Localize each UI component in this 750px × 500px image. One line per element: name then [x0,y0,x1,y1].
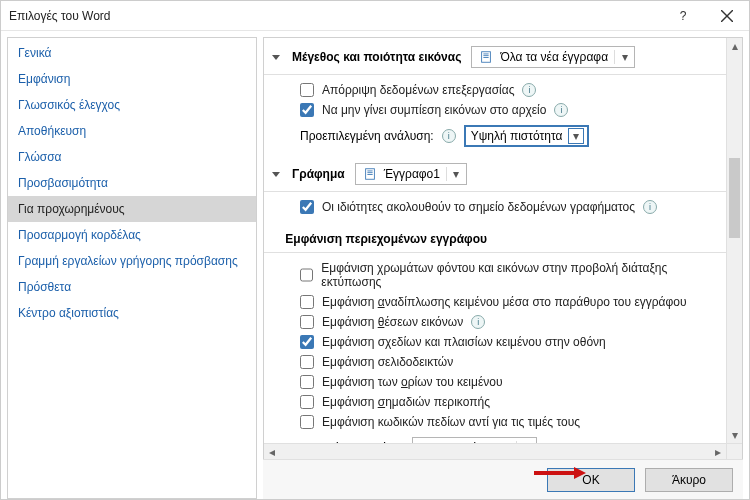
crop-marks-label: Εμφάνιση σημαδιών περικοπής [322,395,490,409]
bg-colors-label: Εμφάνιση χρωμάτων φόντου και εικόνων στη… [321,261,712,289]
crop-marks-checkbox[interactable] [300,395,314,409]
drawings-checkbox[interactable] [300,335,314,349]
default-resolution-dropdown[interactable]: Υψηλή πιστότητα ▾ [464,125,590,147]
section-chart: Γράφημα Έγγραφο1 ▾ [264,155,726,192]
sidebar-item-label: Πρόσθετα [18,280,71,294]
sidebar-item-label: Γραμμή εργαλείων γρήγορης πρόσβασης [18,254,238,268]
sidebar-item-label: Κέντρο αξιοπιστίας [18,306,119,320]
info-icon[interactable]: i [554,103,568,117]
text-boundaries-checkbox[interactable] [300,375,314,389]
img-positions-label: Εμφάνιση θέσεων εικόνων [322,315,463,329]
sidebar-item-language[interactable]: Γλώσσα [8,144,256,170]
scroll-thumb[interactable] [729,158,740,238]
chart-props-follow-checkbox[interactable] [300,200,314,214]
bookmarks-checkbox[interactable] [300,355,314,369]
content-scroll-region: Μέγεθος και ποιότητα εικόνας Όλα τα νέα … [264,38,726,443]
collapse-caret-icon[interactable] [272,55,280,60]
doc-display-group: Εμφάνιση χρωμάτων φόντου και εικόνων στη… [264,253,726,443]
cancel-button-label: Άκυρο [672,473,706,487]
sidebar-item-label: Γλωσσικός έλεγχος [18,98,120,112]
info-icon[interactable]: i [522,83,536,97]
scroll-left-icon[interactable]: ◂ [264,445,280,459]
svg-rect-7 [367,171,372,172]
text-wrap-checkbox[interactable] [300,295,314,309]
titlebar: Επιλογές του Word ? [1,1,749,31]
section-title: Εμφάνιση περιεχομένων εγγράφου [285,232,487,246]
bg-colors-checkbox[interactable] [300,268,313,282]
info-icon[interactable]: i [643,200,657,214]
category-sidebar: Γενικά Εμφάνιση Γλωσσικός έλεγχος Αποθήκ… [7,37,257,499]
scroll-right-icon[interactable]: ▸ [710,445,726,459]
dialog-body: Γενικά Εμφάνιση Γλωσσικός έλεγχος Αποθήκ… [1,31,749,499]
sidebar-item-save[interactable]: Αποθήκευση [8,118,256,144]
svg-rect-3 [484,54,489,55]
sidebar-item-addins[interactable]: Πρόσθετα [8,274,256,300]
sidebar-item-trust-center[interactable]: Κέντρο αξιοπιστίας [8,300,256,326]
ok-button-label: OK [582,473,599,487]
sidebar-item-general[interactable]: Γενικά [8,40,256,66]
text-wrap-label: Εμφάνιση αναδίπλωσης κειμένου μέσα στο π… [322,295,687,309]
horizontal-scrollbar[interactable]: ◂ ▸ [264,443,726,459]
sidebar-item-label: Προσαρμογή κορδέλας [18,228,141,242]
no-compress-row: Να μην γίνει συμπίεση εικόνων στο αρχείο… [300,101,712,121]
options-dialog: Επιλογές του Word ? Γενικά Εμφάνιση Γλωσ… [0,0,750,500]
img-positions-checkbox[interactable] [300,315,314,329]
chevron-down-icon: ▾ [568,128,584,144]
close-icon [721,10,733,22]
content-panel: Μέγεθος και ποιότητα εικόνας Όλα τα νέα … [263,37,743,459]
close-button[interactable] [705,1,749,31]
section-title: Γράφημα [292,167,345,181]
sidebar-item-label: Για προχωρημένους [18,202,125,216]
sidebar-item-quick-access[interactable]: Γραμμή εργαλείων γρήγορης πρόσβασης [8,248,256,274]
sidebar-item-advanced[interactable]: Για προχωρημένους [8,196,256,222]
text-boundaries-label: Εμφάνιση των ορίων του κειμένου [322,375,503,389]
sidebar-item-display[interactable]: Εμφάνιση [8,66,256,92]
help-button[interactable]: ? [661,1,705,31]
discard-edit-data-checkbox[interactable] [300,83,314,97]
dropdown-value: Όλα τα νέα έγγραφα [500,50,608,64]
sidebar-item-label: Αποθήκευση [18,124,86,138]
sidebar-item-accessibility[interactable]: Προσβασιμότητα [8,170,256,196]
document-icon [362,166,378,182]
content-wrap: Μέγεθος και ποιότητα εικόνας Όλα τα νέα … [263,37,743,499]
dialog-footer: OK Άκυρο [263,459,743,499]
field-codes-checkbox[interactable] [300,415,314,429]
svg-rect-4 [484,55,489,56]
no-compress-label: Να μην γίνει συμπίεση εικόνων στο αρχείο [322,103,546,117]
default-resolution-row: Προεπιλεγμένη ανάλυση: i Υψηλή πιστότητα… [300,121,712,151]
info-icon[interactable]: i [442,129,456,143]
scroll-down-icon[interactable]: ▾ [727,427,742,443]
no-compress-checkbox[interactable] [300,103,314,117]
dropdown-value: Υψηλή πιστότητα [471,129,563,143]
vertical-scrollbar[interactable]: ▴ ▾ [726,38,742,443]
bookmarks-label: Εμφάνιση σελιδοδεικτών [322,355,453,369]
section-image-size-quality: Μέγεθος και ποιότητα εικόνας Όλα τα νέα … [264,38,726,75]
sidebar-item-label: Εμφάνιση [18,72,70,86]
chevron-down-icon: ▾ [446,167,462,181]
chart-scope-dropdown[interactable]: Έγγραφο1 ▾ [355,163,467,185]
chart-props-follow-label: Οι ιδιότητες ακολουθούν το σημείο δεδομέ… [322,200,635,214]
sidebar-item-label: Γενικά [18,46,51,60]
scroll-corner [726,443,742,459]
chart-props-follow-row: Οι ιδιότητες ακολουθούν το σημείο δεδομέ… [300,198,712,218]
section-show-doc-content: Εμφάνιση περιεχομένων εγγράφου [264,222,726,253]
sidebar-item-label: Γλώσσα [18,150,62,164]
sidebar-item-label: Προσβασιμότητα [18,176,108,190]
chevron-down-icon: ▾ [614,50,630,64]
ok-button[interactable]: OK [547,468,635,492]
svg-rect-9 [367,174,372,175]
discard-edit-data-label: Απόρριψη δεδομένων επεξεργασίας [322,83,514,97]
document-icon [478,49,494,65]
sidebar-item-customize-ribbon[interactable]: Προσαρμογή κορδέλας [8,222,256,248]
window-title: Επιλογές του Word [1,9,661,23]
image-options-group: Απόρριψη δεδομένων επεξεργασίας i Να μην… [264,75,726,155]
svg-rect-8 [367,172,372,173]
default-resolution-label: Προεπιλεγμένη ανάλυση: [300,129,434,143]
image-scope-dropdown[interactable]: Όλα τα νέα έγγραφα ▾ [471,46,635,68]
field-codes-label: Εμφάνιση κωδικών πεδίων αντί για τις τιμ… [322,415,580,429]
cancel-button[interactable]: Άκυρο [645,468,733,492]
scroll-up-icon[interactable]: ▴ [727,38,742,54]
sidebar-item-proofing[interactable]: Γλωσσικός έλεγχος [8,92,256,118]
info-icon[interactable]: i [471,315,485,329]
collapse-caret-icon[interactable] [272,172,280,177]
